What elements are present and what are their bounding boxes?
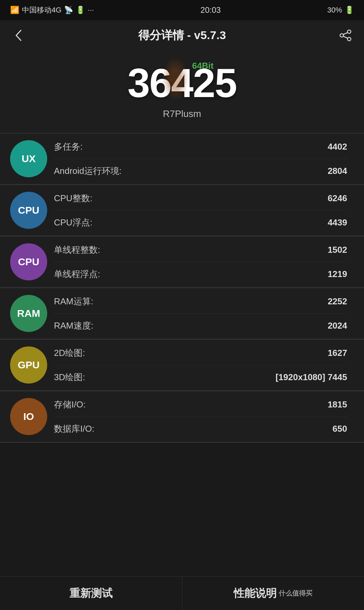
back-button[interactable] xyxy=(10,27,27,44)
value-gpu-1: [1920x1080] 7445 xyxy=(275,372,347,383)
details-cpu1: CPU整数:6246CPU浮点:4439 xyxy=(47,186,354,235)
label-ram-0: RAM运算: xyxy=(54,296,93,307)
svg-point-0 xyxy=(347,30,351,33)
score-row-io: IO存储I/O:1815数据库I/O:650 xyxy=(0,391,364,442)
bottom-buttons: 重新测试 性能说明 什么值得买 xyxy=(0,576,364,610)
value-io-0: 1815 xyxy=(328,399,347,410)
label-io-0: 存储I/O: xyxy=(54,399,86,410)
performance-label: 性能说明 xyxy=(234,586,277,601)
value-cpu2-1: 1219 xyxy=(328,269,347,279)
svg-line-4 xyxy=(343,36,348,38)
details-ram: RAM运算:2252RAM速度:2024 xyxy=(47,289,354,338)
score-item-ux-1: Android运行环境:2804 xyxy=(54,159,347,183)
battery-icon: 🔋 xyxy=(345,6,354,14)
value-ram-0: 2252 xyxy=(328,296,347,307)
score-item-gpu-1: 3D绘图:[1920x1080] 7445 xyxy=(54,365,347,389)
signal-icon: 📶 xyxy=(10,6,19,14)
label-ux-1: Android运行环境: xyxy=(54,165,122,177)
details-cpu2: 单线程整数:1502单线程浮点:1219 xyxy=(47,238,354,286)
score-item-io-1: 数据库I/O:650 xyxy=(54,417,347,441)
label-gpu-1: 3D绘图: xyxy=(54,371,85,383)
score-row-ram: RAMRAM运算:2252RAM速度:2024 xyxy=(0,288,364,339)
status-bar: 📶 中国移动4G 📡 🔋 ··· 20:03 30% 🔋 xyxy=(0,0,364,20)
score-item-cpu2-1: 单线程浮点:1219 xyxy=(54,262,347,286)
value-ux-0: 4402 xyxy=(328,142,347,152)
carrier-text: 中国移动4G xyxy=(22,5,61,15)
label-cpu2-0: 单线程整数: xyxy=(54,244,100,256)
value-cpu1-1: 4439 xyxy=(328,217,347,228)
score-item-io-0: 存储I/O:1815 xyxy=(54,393,347,417)
badge-cpu2: CPU xyxy=(10,243,47,280)
details-ux: 多任务:4402Android运行环境:2804 xyxy=(47,135,354,183)
nfc-icon: 🔋 xyxy=(76,6,85,14)
page-title: 得分详情 - v5.7.3 xyxy=(27,28,337,43)
badge-cpu1: CPU xyxy=(10,192,47,229)
performance-button[interactable]: 性能说明 什么值得买 xyxy=(182,577,364,610)
badge-ux: UX xyxy=(10,140,47,177)
score-item-ram-1: RAM速度:2024 xyxy=(54,313,347,338)
svg-line-3 xyxy=(343,33,348,35)
score-item-gpu-0: 2D绘图:1627 xyxy=(54,341,347,365)
bit-badge: 64Bit xyxy=(192,61,214,71)
details-io: 存储I/O:1815数据库I/O:650 xyxy=(47,393,354,441)
score-item-cpu1-1: CPU浮点:4439 xyxy=(54,210,347,235)
retest-label: 重新测试 xyxy=(69,586,113,601)
performance-sub: 什么值得买 xyxy=(279,589,312,598)
value-ram-1: 2024 xyxy=(328,321,347,331)
value-ux-1: 2804 xyxy=(328,166,347,176)
device-name: R7Plusm xyxy=(7,109,357,119)
header: 得分详情 - v5.7.3 xyxy=(0,20,364,51)
label-ux-0: 多任务: xyxy=(54,141,83,153)
svg-point-1 xyxy=(340,34,343,37)
score-row-gpu: GPU2D绘图:16273D绘图:[1920x1080] 7445 xyxy=(0,340,364,391)
badge-ram: RAM xyxy=(10,295,47,332)
label-ram-1: RAM速度: xyxy=(54,320,93,332)
battery-percent: 30% xyxy=(327,6,342,14)
label-io-1: 数据库I/O: xyxy=(54,423,94,435)
main-score: 36425 xyxy=(7,61,357,105)
value-gpu-0: 1627 xyxy=(328,348,347,358)
value-io-1: 650 xyxy=(333,424,347,434)
more-icon: ··· xyxy=(88,6,94,14)
wifi-icon: 📡 xyxy=(64,6,73,14)
share-button[interactable] xyxy=(337,27,354,44)
label-gpu-0: 2D绘图: xyxy=(54,347,85,359)
svg-point-2 xyxy=(347,37,351,41)
value-cpu1-0: 6246 xyxy=(328,193,347,204)
details-gpu: 2D绘图:16273D绘图:[1920x1080] 7445 xyxy=(47,341,354,389)
label-cpu1-1: CPU浮点: xyxy=(54,217,92,228)
label-cpu1-0: CPU整数: xyxy=(54,192,92,204)
badge-gpu: GPU xyxy=(10,346,47,384)
score-row-cpu1: CPUCPU整数:6246CPU浮点:4439 xyxy=(0,185,364,236)
status-right: 30% 🔋 xyxy=(327,6,354,14)
status-left: 📶 中国移动4G 📡 🔋 ··· xyxy=(10,5,94,15)
status-time: 20:03 xyxy=(201,5,221,15)
score-section: 64Bit 36425 R7Plusm xyxy=(0,51,364,133)
value-cpu2-0: 1502 xyxy=(328,245,347,255)
score-item-ux-0: 多任务:4402 xyxy=(54,135,347,159)
score-item-cpu2-0: 单线程整数:1502 xyxy=(54,238,347,262)
score-row-ux: UX多任务:4402Android运行环境:2804 xyxy=(0,133,364,184)
badge-io: IO xyxy=(10,398,47,435)
score-item-ram-0: RAM运算:2252 xyxy=(54,289,347,313)
score-rows: UX多任务:4402Android运行环境:2804CPUCPU整数:6246C… xyxy=(0,133,364,443)
score-row-cpu2: CPU单线程整数:1502单线程浮点:1219 xyxy=(0,237,364,287)
label-cpu2-1: 单线程浮点: xyxy=(54,268,100,280)
score-item-cpu1-0: CPU整数:6246 xyxy=(54,186,347,210)
retest-button[interactable]: 重新测试 xyxy=(0,577,182,610)
